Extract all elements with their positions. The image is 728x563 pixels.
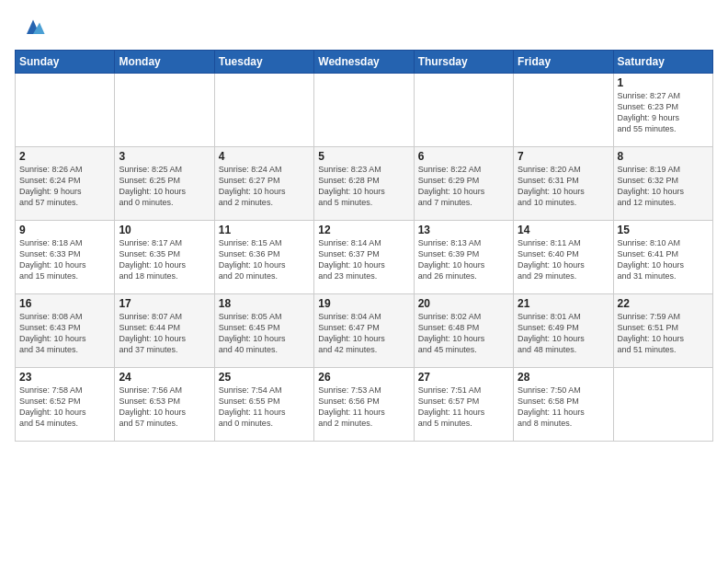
calendar-cell bbox=[514, 74, 613, 147]
logo-icon bbox=[20, 15, 46, 40]
day-number: 10 bbox=[119, 224, 210, 236]
calendar-cell: 14Sunrise: 8:11 AM Sunset: 6:40 PM Dayli… bbox=[514, 221, 613, 294]
day-number: 22 bbox=[618, 297, 709, 310]
calendar-cell bbox=[613, 368, 712, 442]
calendar-cell: 13Sunrise: 8:13 AM Sunset: 6:39 PM Dayli… bbox=[414, 221, 513, 294]
calendar-cell: 12Sunrise: 8:14 AM Sunset: 6:37 PM Dayli… bbox=[314, 221, 414, 294]
day-number: 13 bbox=[418, 224, 509, 236]
logo-text-block bbox=[15, 15, 46, 40]
page-header bbox=[15, 15, 713, 40]
day-info: Sunrise: 7:56 AM Sunset: 6:53 PM Dayligh… bbox=[119, 385, 210, 430]
calendar-cell: 17Sunrise: 8:07 AM Sunset: 6:44 PM Dayli… bbox=[115, 294, 214, 368]
day-info: Sunrise: 8:13 AM Sunset: 6:39 PM Dayligh… bbox=[418, 237, 509, 282]
calendar-cell: 27Sunrise: 7:51 AM Sunset: 6:57 PM Dayli… bbox=[414, 368, 513, 442]
day-info: Sunrise: 8:01 AM Sunset: 6:49 PM Dayligh… bbox=[518, 311, 609, 356]
calendar-cell: 16Sunrise: 8:08 AM Sunset: 6:43 PM Dayli… bbox=[16, 294, 115, 368]
calendar-cell: 25Sunrise: 7:54 AM Sunset: 6:55 PM Dayli… bbox=[214, 368, 313, 442]
calendar-cell: 24Sunrise: 7:56 AM Sunset: 6:53 PM Dayli… bbox=[115, 368, 214, 442]
day-number: 4 bbox=[219, 150, 310, 163]
day-info: Sunrise: 8:07 AM Sunset: 6:44 PM Dayligh… bbox=[119, 311, 210, 356]
day-number: 9 bbox=[19, 224, 110, 236]
day-header-tuesday: Tuesday bbox=[214, 51, 313, 74]
calendar-week-row: 16Sunrise: 8:08 AM Sunset: 6:43 PM Dayli… bbox=[16, 294, 713, 368]
page-container: SundayMondayTuesdayWednesdayThursdayFrid… bbox=[0, 0, 728, 449]
day-header-saturday: Saturday bbox=[613, 51, 712, 74]
calendar-week-row: 9Sunrise: 8:18 AM Sunset: 6:33 PM Daylig… bbox=[16, 221, 713, 294]
day-number: 21 bbox=[518, 297, 609, 310]
logo bbox=[15, 15, 46, 40]
calendar-cell bbox=[414, 74, 513, 147]
day-info: Sunrise: 7:50 AM Sunset: 6:58 PM Dayligh… bbox=[518, 385, 609, 430]
calendar-header-row: SundayMondayTuesdayWednesdayThursdayFrid… bbox=[16, 51, 713, 74]
day-info: Sunrise: 7:51 AM Sunset: 6:57 PM Dayligh… bbox=[418, 385, 509, 430]
day-info: Sunrise: 8:10 AM Sunset: 6:41 PM Dayligh… bbox=[618, 237, 709, 282]
day-number: 19 bbox=[318, 297, 409, 310]
calendar-cell: 21Sunrise: 8:01 AM Sunset: 6:49 PM Dayli… bbox=[514, 294, 613, 368]
calendar-cell: 28Sunrise: 7:50 AM Sunset: 6:58 PM Dayli… bbox=[514, 368, 613, 442]
day-header-monday: Monday bbox=[115, 51, 214, 74]
day-info: Sunrise: 8:26 AM Sunset: 6:24 PM Dayligh… bbox=[19, 164, 110, 209]
day-header-friday: Friday bbox=[514, 51, 613, 74]
calendar-cell: 26Sunrise: 7:53 AM Sunset: 6:56 PM Dayli… bbox=[314, 368, 414, 442]
day-number: 26 bbox=[318, 371, 409, 384]
calendar-cell: 22Sunrise: 7:59 AM Sunset: 6:51 PM Dayli… bbox=[613, 294, 712, 368]
day-number: 28 bbox=[518, 371, 609, 384]
day-info: Sunrise: 8:27 AM Sunset: 6:23 PM Dayligh… bbox=[618, 90, 709, 135]
calendar-cell: 23Sunrise: 7:58 AM Sunset: 6:52 PM Dayli… bbox=[16, 368, 115, 442]
calendar-cell: 19Sunrise: 8:04 AM Sunset: 6:47 PM Dayli… bbox=[314, 294, 414, 368]
day-number: 12 bbox=[318, 224, 409, 236]
day-info: Sunrise: 8:05 AM Sunset: 6:45 PM Dayligh… bbox=[219, 311, 310, 356]
calendar-cell: 8Sunrise: 8:19 AM Sunset: 6:32 PM Daylig… bbox=[613, 147, 712, 221]
day-info: Sunrise: 8:23 AM Sunset: 6:28 PM Dayligh… bbox=[318, 164, 409, 209]
day-info: Sunrise: 8:11 AM Sunset: 6:40 PM Dayligh… bbox=[518, 237, 609, 282]
calendar-cell bbox=[214, 74, 313, 147]
calendar-cell: 1Sunrise: 8:27 AM Sunset: 6:23 PM Daylig… bbox=[613, 74, 712, 147]
calendar-week-row: 23Sunrise: 7:58 AM Sunset: 6:52 PM Dayli… bbox=[16, 368, 713, 442]
day-info: Sunrise: 8:17 AM Sunset: 6:35 PM Dayligh… bbox=[119, 237, 210, 282]
calendar-cell: 18Sunrise: 8:05 AM Sunset: 6:45 PM Dayli… bbox=[214, 294, 313, 368]
calendar-cell: 4Sunrise: 8:24 AM Sunset: 6:27 PM Daylig… bbox=[214, 147, 313, 221]
day-info: Sunrise: 8:15 AM Sunset: 6:36 PM Dayligh… bbox=[219, 237, 310, 282]
calendar-cell: 2Sunrise: 8:26 AM Sunset: 6:24 PM Daylig… bbox=[16, 147, 115, 221]
day-number: 16 bbox=[19, 297, 110, 310]
calendar-cell: 5Sunrise: 8:23 AM Sunset: 6:28 PM Daylig… bbox=[314, 147, 414, 221]
day-number: 14 bbox=[518, 224, 609, 236]
day-number: 25 bbox=[219, 371, 310, 384]
day-number: 17 bbox=[119, 297, 210, 310]
calendar-cell bbox=[314, 74, 414, 147]
calendar-cell: 20Sunrise: 8:02 AM Sunset: 6:48 PM Dayli… bbox=[414, 294, 513, 368]
day-info: Sunrise: 8:19 AM Sunset: 6:32 PM Dayligh… bbox=[618, 164, 709, 209]
calendar-week-row: 1Sunrise: 8:27 AM Sunset: 6:23 PM Daylig… bbox=[16, 74, 713, 147]
day-info: Sunrise: 7:59 AM Sunset: 6:51 PM Dayligh… bbox=[618, 311, 709, 356]
calendar-week-row: 2Sunrise: 8:26 AM Sunset: 6:24 PM Daylig… bbox=[16, 147, 713, 221]
day-header-sunday: Sunday bbox=[16, 51, 115, 74]
calendar-cell: 9Sunrise: 8:18 AM Sunset: 6:33 PM Daylig… bbox=[16, 221, 115, 294]
day-number: 6 bbox=[418, 150, 509, 163]
day-info: Sunrise: 8:24 AM Sunset: 6:27 PM Dayligh… bbox=[219, 164, 310, 209]
calendar-cell: 3Sunrise: 8:25 AM Sunset: 6:25 PM Daylig… bbox=[115, 147, 214, 221]
calendar-cell bbox=[16, 74, 115, 147]
calendar-table: SundayMondayTuesdayWednesdayThursdayFrid… bbox=[15, 50, 713, 442]
day-info: Sunrise: 7:54 AM Sunset: 6:55 PM Dayligh… bbox=[219, 385, 310, 430]
day-number: 11 bbox=[219, 224, 310, 236]
day-number: 27 bbox=[418, 371, 509, 384]
day-number: 7 bbox=[518, 150, 609, 163]
day-number: 23 bbox=[19, 371, 110, 384]
calendar-cell: 10Sunrise: 8:17 AM Sunset: 6:35 PM Dayli… bbox=[115, 221, 214, 294]
calendar-cell: 7Sunrise: 8:20 AM Sunset: 6:31 PM Daylig… bbox=[514, 147, 613, 221]
calendar-cell: 11Sunrise: 8:15 AM Sunset: 6:36 PM Dayli… bbox=[214, 221, 313, 294]
day-info: Sunrise: 8:22 AM Sunset: 6:29 PM Dayligh… bbox=[418, 164, 509, 209]
day-number: 20 bbox=[418, 297, 509, 310]
day-number: 1 bbox=[618, 76, 709, 89]
day-number: 3 bbox=[119, 150, 210, 163]
day-info: Sunrise: 8:18 AM Sunset: 6:33 PM Dayligh… bbox=[19, 237, 110, 282]
day-number: 8 bbox=[618, 150, 709, 163]
day-info: Sunrise: 7:58 AM Sunset: 6:52 PM Dayligh… bbox=[19, 385, 110, 430]
day-number: 24 bbox=[119, 371, 210, 384]
day-number: 15 bbox=[618, 224, 709, 236]
day-number: 5 bbox=[318, 150, 409, 163]
day-number: 2 bbox=[19, 150, 110, 163]
day-header-wednesday: Wednesday bbox=[314, 51, 414, 74]
day-info: Sunrise: 8:02 AM Sunset: 6:48 PM Dayligh… bbox=[418, 311, 509, 356]
calendar-cell: 6Sunrise: 8:22 AM Sunset: 6:29 PM Daylig… bbox=[414, 147, 513, 221]
